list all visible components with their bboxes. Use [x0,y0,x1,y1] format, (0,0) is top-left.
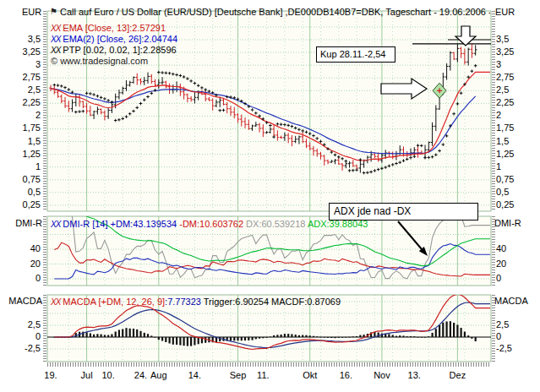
macd-axis-ticks-right [492,295,495,362]
adx-annotation-box[interactable]: ADX jde nad -DX [329,203,478,220]
legend-row: © www.tradesignal.com [51,56,177,67]
macd-legend: XXMACDA [+DM, 12, 26, 9]:7.77323 Trigger… [51,297,341,308]
legend-row: XXEMA [Close, 13]:2.57291 [51,23,177,34]
indicator-icon: XX [51,297,60,307]
legend-segment: DMI-R [14] +DM:43.139534 [63,219,177,229]
legend-segment: DX:60.539218 [243,219,305,229]
legend-segment: -DM:10.603762 [177,219,243,229]
price-legend: XXEMA [Close, 13]:2.57291XXEMA(2) [Close… [51,23,177,67]
dmi-axis-ticks-right [492,216,495,286]
legend-segment: :7.77323 [165,297,201,307]
instrument-icon: ⚑ [50,6,57,18]
indicator-icon: XX [51,220,60,229]
indicator-icon: XX [51,35,60,44]
trading-chart-window: EUR ⚑ Call auf Euro / US Dollar (EUR/USD… [0,0,540,392]
price-axis-title-right: EUR [495,6,515,18]
legend-text: © www.tradesignal.com [51,56,148,66]
price-axis-ticks-left [43,11,46,211]
x-axis-ticks [47,362,491,367]
chart-title: Call auf Euro / US Dollar (EUR/USD) [Deu… [60,6,490,18]
legend-text: EMA [Close, 13]:2.57291 [63,23,166,33]
buy-annotation-box[interactable]: Kup 28.11.-2,54 [316,46,395,63]
legend-text: PTP [0.02, 0.02, 1]:2.28596 [63,45,176,55]
legend-segment: MACDA [+DM, 12, 26, 9] [63,297,165,307]
legend-segment: Trigger:6.90254 MACDF:0.87069 [201,297,341,307]
legend-text: EMA(2) [Close, 26]:2.04744 [63,34,177,44]
dmi-axis-ticks-left [43,216,46,286]
legend-row: XXEMA(2) [Close, 26]:2.04744 [51,34,177,45]
dmi-legend: XXDMI-R [14] +DM:43.139534 -DM:10.603762… [51,219,368,230]
indicator-icon: XX [51,46,60,55]
indicator-icon: XX [51,24,60,33]
legend-row: XXPTP [0.02, 0.02, 1]:2.28596 [51,45,177,56]
macd-axis-ticks-left [43,295,46,362]
price-axis-ticks-right [492,11,495,211]
price-axis-title-left: EUR [22,6,41,18]
